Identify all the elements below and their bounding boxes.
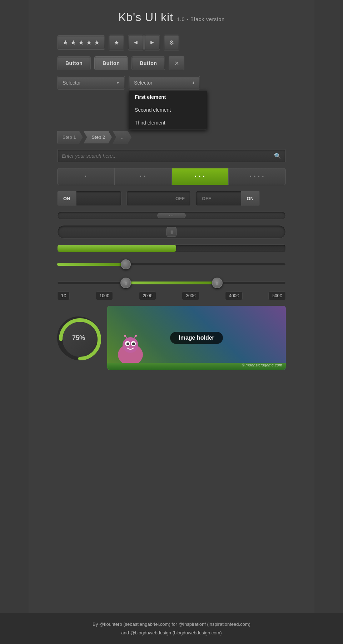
step-more-label: ...	[121, 135, 125, 140]
tab-4-dots: • • • •	[250, 174, 264, 179]
star-rating[interactable]: ★ ★ ★ ★ ★	[57, 35, 105, 50]
button-3[interactable]: Button	[131, 56, 165, 70]
price-4: 300€	[182, 291, 199, 300]
toggle-1[interactable]: ON	[57, 191, 121, 206]
image-holder[interactable]: Image holder © moonstersgame.com	[107, 306, 286, 370]
star-2[interactable]: ★	[70, 39, 76, 46]
search-icon[interactable]: 🔍	[274, 152, 281, 159]
tab-4[interactable]: • • • •	[229, 168, 285, 185]
next-icon: ►	[149, 39, 155, 46]
favorite-button[interactable]: ★	[109, 35, 124, 50]
selector-2-wrap: Selector ⬍ First element Second element …	[129, 76, 200, 90]
svg-point-3	[123, 337, 138, 353]
tab-1[interactable]: •	[58, 168, 115, 185]
search-input[interactable]	[62, 153, 274, 159]
updown-icon: ⬍	[192, 81, 195, 85]
progress-bar-wrap	[57, 244, 286, 252]
selector-2-label: Selector	[134, 80, 152, 86]
dual-knob-right-grip: |||	[216, 282, 218, 285]
dual-range-knob-left[interactable]: |||	[120, 278, 131, 288]
footer-line-2: and @blogduwebdesign (blogduwebdesign.co…	[14, 629, 329, 637]
star-5[interactable]: ★	[94, 39, 100, 46]
tab-2-dots: • •	[140, 174, 146, 179]
tab-1-dots: •	[85, 174, 87, 179]
step-1-label: Step 1	[63, 135, 76, 140]
scrollbar-thumb[interactable]: •••	[157, 213, 186, 218]
selector-1-label: Selector	[63, 80, 81, 86]
step-more: ...	[113, 131, 131, 143]
dual-range-slider[interactable]: ||| |||	[57, 277, 286, 289]
toggle-3-off-label: OFF	[196, 191, 217, 206]
image-holder-label: Image holder	[170, 332, 223, 344]
scrollbar-grip: •••	[169, 214, 174, 217]
vslider-handle[interactable]: |||	[166, 227, 177, 237]
dual-knob-left-grip: |||	[125, 282, 127, 285]
star-icon: ★	[114, 39, 119, 46]
selector-2[interactable]: Selector ⬍	[129, 76, 200, 90]
vslider-grip: |||	[170, 230, 174, 234]
price-2: 100€	[96, 291, 113, 300]
tab-3[interactable]: • • •	[172, 168, 229, 185]
dropdown-item-2[interactable]: Second element	[129, 103, 207, 116]
settings-icon: ⚙	[169, 39, 174, 46]
dual-range-knob-right[interactable]: |||	[212, 278, 223, 288]
toggle-2[interactable]: OFF	[126, 191, 191, 206]
bottom-row: 75%	[57, 306, 286, 370]
svg-point-6	[126, 343, 129, 345]
selector-1-wrap: Selector ▼	[57, 76, 125, 90]
step-2[interactable]: Step 2	[84, 131, 112, 143]
range-slider[interactable]	[57, 258, 286, 271]
tab-3-dots: • • •	[195, 174, 205, 179]
settings-button[interactable]: ⚙	[164, 35, 179, 50]
star-3[interactable]: ★	[78, 39, 84, 46]
vertical-slider[interactable]: |||	[57, 225, 286, 239]
close-icon: ✕	[174, 60, 179, 67]
circular-progress: 75%	[57, 316, 100, 359]
scrollbar[interactable]: •••	[57, 212, 286, 219]
footer-line-1: By @kounterb (sebastiengabriel.com) for …	[14, 620, 329, 628]
step-2-label: Step 2	[92, 135, 105, 140]
button-1[interactable]: Button	[57, 56, 91, 70]
title-version: 1.0 - Black version	[177, 16, 225, 22]
close-button[interactable]: ✕	[169, 56, 184, 70]
image-holder-watermark: © moonstersgame.com	[242, 363, 282, 367]
next-button[interactable]: ►	[144, 35, 160, 50]
title-main: Kb's UI kit	[118, 11, 173, 24]
selector-1[interactable]: Selector ▼	[57, 76, 125, 90]
progress-text: 75%	[72, 334, 85, 342]
tab-2[interactable]: • •	[115, 168, 172, 185]
search-bar: 🔍	[57, 149, 286, 162]
dropdown-item-3[interactable]: Third element	[129, 116, 207, 129]
price-labels: 1€ 100€ 200€ 300€ 400€ 500€	[57, 291, 286, 300]
tab-bar: • • • • • • • • • •	[57, 168, 286, 185]
page-title: Kb's UI kit 1.0 - Black version	[57, 11, 286, 24]
prev-button[interactable]: ◄	[128, 35, 144, 50]
price-3: 200€	[139, 291, 156, 300]
range-fill	[57, 263, 126, 266]
price-1: 1€	[57, 291, 70, 300]
dropdown-item-1[interactable]: First element	[129, 91, 207, 103]
toggle-1-on-label: ON	[58, 191, 76, 206]
toggle-3[interactable]: OFF ON	[196, 191, 260, 206]
step-1[interactable]: Step 1	[57, 131, 83, 143]
button-2[interactable]: Button	[94, 56, 128, 70]
star-1[interactable]: ★	[63, 39, 68, 46]
toggle-3-on-label: ON	[241, 191, 260, 206]
price-6: 500€	[268, 291, 286, 300]
nav-button-group: ◄ ►	[128, 35, 160, 50]
progress-bar	[58, 245, 176, 252]
chevron-down-icon: ▼	[116, 81, 120, 85]
star-4[interactable]: ★	[86, 39, 92, 46]
svg-point-7	[132, 343, 135, 345]
dual-range-fill	[126, 282, 217, 284]
footer: By @kounterb (sebastiengabriel.com) for …	[0, 613, 343, 644]
toggle-2-off-label: OFF	[170, 191, 190, 206]
dropdown-menu: First element Second element Third eleme…	[129, 90, 207, 130]
creature-illustration	[111, 335, 150, 367]
range-knob[interactable]	[121, 259, 131, 269]
price-5: 400€	[225, 291, 243, 300]
prev-icon: ◄	[133, 39, 139, 46]
